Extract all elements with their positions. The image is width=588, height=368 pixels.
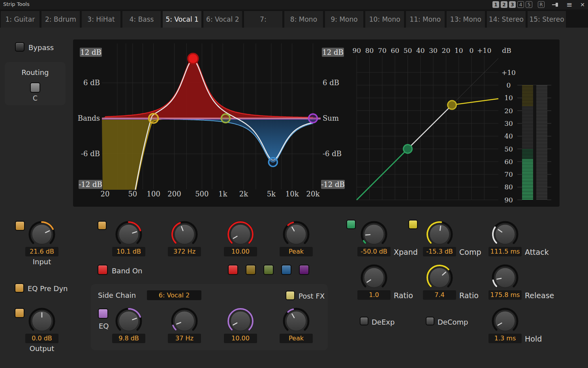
xpand-toggle[interactable] [346, 220, 356, 229]
band-gain-knob[interactable] [112, 219, 145, 249]
band-q-knob[interactable] [224, 219, 257, 249]
band-on-checkbox[interactable] [98, 265, 108, 275]
channel-tab-strip: 1: Guitar2: Bdrum3: HiHat4: Bass5: Vocal… [0, 9, 588, 28]
hold-value[interactable]: 1.3 ms [488, 334, 522, 343]
side-chain-source-select[interactable]: 6: Vocal 2 [147, 290, 201, 300]
bypass-label: Bypass [28, 43, 54, 52]
axis-label: 200 [167, 190, 181, 198]
axis-label: 12 dB [80, 48, 101, 56]
eq-point-band3[interactable] [221, 114, 230, 123]
sc-gain-value[interactable]: 9.8 dB [112, 334, 145, 343]
band-swatch-band-3-green[interactable] [263, 265, 274, 275]
xpand-knob[interactable] [357, 219, 391, 249]
band-type-knob[interactable] [280, 219, 313, 249]
band-q-value[interactable]: 10.00 [224, 247, 257, 256]
snapshot-button-4[interactable]: 4 [517, 1, 524, 8]
hold-label: Hold [525, 334, 542, 343]
snapshot-button-2[interactable]: 2 [501, 1, 507, 8]
decomp-checkbox[interactable] [426, 317, 434, 325]
routing-c-button[interactable] [30, 82, 40, 93]
eq-point-band4-cut[interactable] [269, 158, 277, 166]
tab-3-HiHat[interactable]: 3: HiHat [82, 11, 120, 28]
release-value[interactable]: 175.8 ms [488, 290, 522, 300]
band-swatch-band-4-blue[interactable] [281, 265, 291, 275]
tab-9-Mono[interactable]: 9: Mono [325, 11, 364, 28]
sc-type-value[interactable]: Peak [280, 334, 313, 343]
xpand-value[interactable]: -50.0 dB [357, 247, 391, 256]
band-freq-knob[interactable] [168, 219, 201, 249]
eq-red-band-fill [102, 59, 321, 119]
axis-label: 80 [504, 183, 513, 191]
comp-knob[interactable] [423, 219, 456, 249]
comp-ratio-value[interactable]: 7.4 [423, 290, 456, 300]
tab-6-Vocal-2[interactable]: 6: Vocal 2 [203, 11, 242, 28]
eq-pre-dyn-checkbox[interactable] [15, 283, 24, 293]
band-freq-value[interactable]: 372 Hz [168, 247, 201, 256]
sc-freq-value[interactable]: 37 Hz [168, 334, 201, 343]
post-fx-label: Post FX [299, 292, 325, 300]
tab-15-Stereo[interactable]: 15: Stereo [528, 11, 566, 28]
deexp-checkbox[interactable] [360, 317, 368, 325]
input-control: 21.6 dB Input [25, 219, 58, 249]
xpand-ratio-knob[interactable] [357, 263, 391, 293]
input-value[interactable]: 21.6 dB [25, 247, 58, 256]
tab-1-Guitar[interactable]: 1: Guitar [1, 11, 39, 28]
attack-value[interactable]: 111.5 ms [488, 247, 522, 256]
output-toggle[interactable] [15, 308, 24, 318]
bypass-checkbox[interactable] [15, 42, 24, 52]
menu-icon[interactable]: ≡ [566, 1, 572, 8]
output-value[interactable]: 0.0 dB [25, 334, 58, 343]
tab-13-Mono[interactable]: 13: Mono [447, 11, 485, 28]
expander-point[interactable] [404, 145, 412, 153]
snapshot-button-5[interactable]: 5 [526, 1, 532, 8]
tab-10-Mono[interactable]: 10: Mono [365, 11, 404, 28]
comp-ratio-knob[interactable] [423, 263, 456, 293]
sc-type-knob[interactable] [280, 306, 313, 336]
tab-7[interactable]: 7: [244, 11, 283, 28]
tab-5-Vocal-1[interactable]: 5: Vocal 1 [163, 11, 201, 28]
tab-11-Mono[interactable]: 11: Mono [406, 11, 445, 28]
tab-4-Bass[interactable]: 4: Bass [122, 11, 161, 28]
eq-point-band5[interactable] [309, 114, 317, 123]
attack-knob[interactable] [488, 219, 522, 249]
band-swatch-band-2-olive[interactable] [246, 265, 256, 275]
sc-q-value[interactable]: 10.00 [224, 334, 257, 343]
tab-14-Stereo[interactable]: 14: Stereo [487, 11, 526, 28]
snapshot-button-3[interactable]: 3 [509, 1, 516, 8]
compressor-point[interactable] [448, 101, 456, 109]
hold-knob[interactable] [488, 306, 522, 336]
band-swatch-band-5-purple[interactable] [299, 265, 309, 275]
tab-2-Bdrum[interactable]: 2: Bdrum [41, 11, 80, 28]
band-gain-value[interactable]: 10.1 dB [112, 247, 145, 256]
comp-toggle[interactable] [408, 220, 418, 229]
output-knob[interactable] [25, 306, 58, 336]
eq-point-band2-hpf[interactable] [149, 114, 158, 123]
sc-q-knob[interactable] [224, 306, 257, 336]
deexp-label: DeExp [372, 318, 395, 326]
pin-icon[interactable] [552, 2, 558, 7]
axis-label: 2k [239, 190, 248, 198]
xpand-ratio-value[interactable]: 1.0 [357, 290, 391, 300]
xpand-label: Xpand [394, 248, 418, 256]
band-swatch-band-1-red[interactable] [228, 265, 238, 275]
comp-value[interactable]: -15.3 dB [423, 247, 456, 256]
release-knob[interactable] [488, 263, 522, 293]
input-toggle[interactable] [15, 221, 25, 231]
axis-label: 20k [306, 190, 320, 198]
input-knob[interactable] [25, 219, 58, 249]
close-icon[interactable]: ✕ [580, 2, 585, 7]
decomp-label: DeComp [438, 318, 468, 326]
snapshot-button-R[interactable]: R [538, 1, 545, 8]
sc-freq-knob[interactable] [168, 306, 201, 336]
tab-8-Mono[interactable]: 8: Mono [284, 11, 323, 28]
post-fx-checkbox[interactable] [286, 291, 295, 300]
eq-point-band1-peak[interactable] [188, 54, 198, 64]
axis-label: 100 [147, 190, 160, 198]
side-chain-eq-toggle[interactable] [98, 308, 108, 319]
sc-gain-knob[interactable] [112, 306, 145, 336]
band-type-value[interactable]: Peak [280, 247, 313, 256]
output-label: Output [25, 344, 58, 353]
snapshot-button-1[interactable]: 1 [492, 1, 499, 8]
band-toggle[interactable] [98, 221, 107, 230]
title-bar: Strip Tools 12345R ≡ ✕ [0, 0, 588, 9]
